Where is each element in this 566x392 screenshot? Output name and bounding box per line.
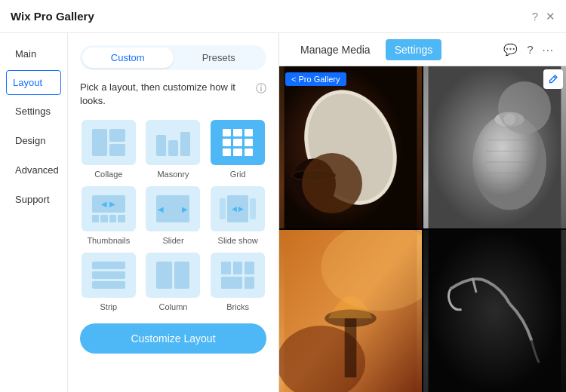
- svg-point-14: [503, 114, 515, 126]
- strip-label: Strip: [100, 302, 118, 311]
- tab-custom[interactable]: Custom: [82, 47, 174, 68]
- layout-thumb-collage: [82, 120, 136, 165]
- close-icon[interactable]: ✕: [546, 10, 555, 23]
- gallery-image-coffee: [279, 66, 422, 228]
- grid-icon: [223, 129, 253, 156]
- panel-header-icons: ? ✕: [532, 10, 555, 23]
- layout-thumb-bricks: [211, 253, 265, 298]
- panel-title: Wix Pro Gallery: [11, 10, 94, 23]
- column-label: Column: [159, 302, 188, 311]
- thumbnails-label: Thumbnails: [87, 236, 130, 245]
- sidebar-item-layout[interactable]: Layout: [6, 70, 61, 95]
- masonry-label: Masonry: [157, 170, 189, 179]
- layout-thumb-slideshow: ◀ ▶: [211, 186, 265, 231]
- gallery-nav-icons: 💬 ? ···: [503, 43, 554, 57]
- slider-icon: ◀ ▶: [156, 195, 189, 222]
- layout-thumb-column: [146, 253, 200, 298]
- layout-grid: Collage Masonry: [80, 120, 266, 311]
- bricks-icon: [221, 262, 254, 289]
- collage-label: Collage: [94, 170, 122, 179]
- layout-thumb-slider: ◀ ▶: [146, 186, 200, 231]
- gallery-image-bike: [423, 230, 566, 392]
- tab-settings[interactable]: Settings: [386, 39, 442, 60]
- layout-thumb-masonry: [146, 120, 200, 165]
- layout-thumb-strip: [82, 253, 136, 298]
- svg-point-13: [495, 112, 524, 127]
- pro-gallery-badge[interactable]: < Pro Gallery: [285, 72, 346, 86]
- sidebar-item-settings[interactable]: Settings: [6, 98, 61, 124]
- layout-item-masonry[interactable]: Masonry: [145, 120, 202, 179]
- slider-label: Slider: [162, 236, 183, 245]
- layout-item-strip[interactable]: Strip: [80, 253, 137, 311]
- customize-layout-button[interactable]: Customize Layout: [80, 323, 266, 354]
- sidebar-item-support[interactable]: Support: [6, 186, 61, 213]
- svg-point-5: [293, 171, 334, 180]
- gallery-nav: Manage Media Settings 💬 ? ···: [279, 33, 566, 66]
- sidebar: Main Layout Settings Design Advanced Sup…: [0, 33, 68, 392]
- info-icon[interactable]: ⓘ: [256, 81, 266, 96]
- comment-icon[interactable]: 💬: [503, 43, 518, 57]
- sidebar-item-design[interactable]: Design: [6, 127, 61, 154]
- layout-item-slideshow[interactable]: ◀ ▶ Slide show: [209, 186, 266, 245]
- tab-manage-media[interactable]: Manage Media: [291, 39, 380, 60]
- slideshow-label: Slide show: [218, 236, 258, 245]
- gallery-image-lamp: [279, 230, 422, 392]
- svg-point-3: [291, 158, 336, 210]
- content-area: Custom Presets Pick a layout, then custo…: [68, 33, 278, 392]
- masonry-icon: [156, 129, 189, 156]
- layout-item-collage[interactable]: Collage: [80, 120, 137, 179]
- layout-tabs: Custom Presets: [80, 45, 266, 70]
- thumbnails-icon: ◀ ▶: [92, 195, 125, 222]
- bricks-label: Bricks: [226, 302, 249, 311]
- gallery-edit-icon[interactable]: [543, 69, 563, 89]
- grid-label: Grid: [230, 170, 246, 179]
- help-gallery-icon[interactable]: ?: [527, 43, 533, 56]
- layout-thumb-thumbnails: ◀ ▶: [82, 186, 136, 231]
- panel-header: Wix Pro Gallery ? ✕: [0, 0, 566, 33]
- layout-item-bricks[interactable]: Bricks: [209, 253, 266, 311]
- sidebar-item-main[interactable]: Main: [6, 41, 61, 67]
- layout-description: Pick a layout, then customize how it loo…: [80, 81, 266, 108]
- layout-item-grid[interactable]: Grid: [209, 120, 266, 179]
- left-panel: Main Layout Settings Design Advanced Sup…: [0, 33, 279, 392]
- layout-item-slider[interactable]: ◀ ▶ Slider: [145, 186, 202, 245]
- more-icon[interactable]: ···: [542, 43, 554, 56]
- gallery-image-speaker: [423, 66, 566, 228]
- slideshow-icon: ◀ ▶: [220, 195, 256, 222]
- layout-item-thumbnails[interactable]: ◀ ▶ Thumbnails: [80, 186, 137, 245]
- layout-item-column[interactable]: Column: [145, 253, 202, 311]
- collage-icon: [92, 129, 125, 156]
- strip-icon: [92, 262, 125, 289]
- svg-rect-20: [429, 230, 561, 392]
- layout-thumb-grid: [211, 120, 265, 165]
- column-icon: [156, 262, 189, 289]
- tab-presets[interactable]: Presets: [174, 47, 265, 68]
- help-icon[interactable]: ?: [532, 10, 538, 23]
- sidebar-item-advanced[interactable]: Advanced: [6, 157, 61, 183]
